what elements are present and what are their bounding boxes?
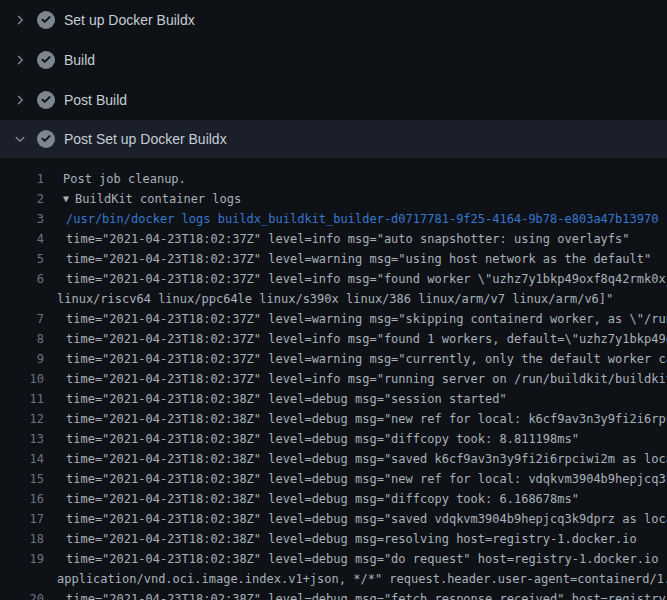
log-text: time="2021-04-23T18:02:38Z" level=debug … bbox=[57, 509, 667, 529]
log-line: 18time="2021-04-23T18:02:38Z" level=debu… bbox=[0, 529, 667, 549]
log-command-text: /usr/bin/docker logs buildx_buildkit_bui… bbox=[57, 209, 658, 229]
log-text: application/vnd.oci.image.index.v1+json,… bbox=[57, 569, 667, 589]
log-line: 19time="2021-04-23T18:02:38Z" level=debu… bbox=[0, 549, 667, 569]
log-text: time="2021-04-23T18:02:38Z" level=debug … bbox=[57, 429, 579, 449]
log-line: 4time="2021-04-23T18:02:37Z" level=info … bbox=[0, 229, 667, 249]
step-section-post-set-up-docker-buildx[interactable]: Post Set up Docker Buildx bbox=[0, 120, 667, 158]
step-label: Set up Docker Buildx bbox=[64, 12, 195, 28]
log-line-continuation: application/vnd.oci.image.index.v1+json,… bbox=[0, 569, 667, 589]
log-text: linux/riscv64 linux/ppc64le linux/s390x … bbox=[57, 289, 613, 309]
log-line-continuation: linux/riscv64 linux/ppc64le linux/s390x … bbox=[0, 289, 667, 309]
log-line-number bbox=[0, 569, 44, 589]
log-line-number[interactable]: 9 bbox=[0, 349, 44, 369]
step-section-post-build[interactable]: Post Build bbox=[0, 80, 667, 120]
log-line: 16time="2021-04-23T18:02:38Z" level=debu… bbox=[0, 489, 667, 509]
check-circle-icon bbox=[37, 51, 55, 69]
log-line: 15time="2021-04-23T18:02:38Z" level=debu… bbox=[0, 469, 667, 489]
log-line: 5time="2021-04-23T18:02:37Z" level=warni… bbox=[0, 249, 667, 269]
log-text: time="2021-04-23T18:02:37Z" level=info m… bbox=[57, 369, 667, 389]
actions-log-viewer: Set up Docker BuildxBuildPost BuildPost … bbox=[0, 0, 667, 600]
log-line-number[interactable]: 20 bbox=[0, 589, 44, 600]
log-line: 3/usr/bin/docker logs buildx_buildkit_bu… bbox=[0, 209, 667, 229]
log-line-number bbox=[0, 289, 44, 309]
log-line-number[interactable]: 19 bbox=[0, 549, 44, 569]
log-line: 13time="2021-04-23T18:02:38Z" level=debu… bbox=[0, 429, 667, 449]
chevron-right-icon bbox=[12, 92, 28, 108]
log-text: time="2021-04-23T18:02:37Z" level=warnin… bbox=[57, 309, 667, 329]
log-line-number[interactable]: 10 bbox=[0, 369, 44, 389]
log-line: 6time="2021-04-23T18:02:37Z" level=info … bbox=[0, 269, 667, 289]
log-line: 9time="2021-04-23T18:02:37Z" level=warni… bbox=[0, 349, 667, 369]
log-line: 10time="2021-04-23T18:02:37Z" level=info… bbox=[0, 369, 667, 389]
check-circle-icon bbox=[37, 130, 55, 148]
check-circle-icon bbox=[37, 11, 55, 29]
log-line-number[interactable]: 13 bbox=[0, 429, 44, 449]
log-line-number[interactable]: 4 bbox=[0, 229, 44, 249]
log-line-number[interactable]: 14 bbox=[0, 449, 44, 469]
log-line: 1Post job cleanup. bbox=[0, 169, 667, 189]
log-text: time="2021-04-23T18:02:38Z" level=debug … bbox=[57, 409, 667, 429]
log-line-number[interactable]: 5 bbox=[0, 249, 44, 269]
chevron-down-icon bbox=[12, 131, 28, 147]
collapse-caret-icon: ▼ bbox=[63, 189, 69, 209]
log-text: time="2021-04-23T18:02:37Z" level=info m… bbox=[57, 269, 667, 289]
log-line: 11time="2021-04-23T18:02:38Z" level=debu… bbox=[0, 389, 667, 409]
log-text: time="2021-04-23T18:02:37Z" level=warnin… bbox=[57, 249, 651, 269]
log-group-label: BuildKit container logs bbox=[75, 192, 241, 206]
log-line-number[interactable]: 12 bbox=[0, 409, 44, 429]
log-line-number[interactable]: 8 bbox=[0, 329, 44, 349]
log-line-number[interactable]: 7 bbox=[0, 309, 44, 329]
log-line: 20time="2021-04-23T18:02:38Z" level=debu… bbox=[0, 589, 667, 600]
log-line: 12time="2021-04-23T18:02:38Z" level=debu… bbox=[0, 409, 667, 429]
log-text: time="2021-04-23T18:02:38Z" level=debug … bbox=[57, 389, 507, 409]
log-text: time="2021-04-23T18:02:38Z" level=debug … bbox=[57, 489, 579, 509]
log-text: Post job cleanup. bbox=[57, 169, 186, 189]
log-text: time="2021-04-23T18:02:38Z" level=debug … bbox=[57, 589, 667, 600]
log-text: time="2021-04-23T18:02:37Z" level=warnin… bbox=[57, 349, 667, 369]
log-text: time="2021-04-23T18:02:37Z" level=info m… bbox=[57, 229, 630, 249]
step-section-set-up-docker-buildx[interactable]: Set up Docker Buildx bbox=[0, 0, 667, 40]
log-line: 8time="2021-04-23T18:02:37Z" level=info … bbox=[0, 329, 667, 349]
chevron-right-icon bbox=[12, 12, 28, 28]
check-circle-icon bbox=[37, 91, 55, 109]
step-section-build[interactable]: Build bbox=[0, 40, 667, 80]
log-line: 2▼BuildKit container logs bbox=[0, 189, 667, 209]
log-line-number[interactable]: 15 bbox=[0, 469, 44, 489]
log-line-number[interactable]: 6 bbox=[0, 269, 44, 289]
chevron-right-icon bbox=[12, 52, 28, 68]
log-text: time="2021-04-23T18:02:37Z" level=info m… bbox=[57, 329, 667, 349]
log-line-number[interactable]: 1 bbox=[0, 169, 44, 189]
step-label: Post Set up Docker Buildx bbox=[64, 131, 227, 147]
log-line: 14time="2021-04-23T18:02:38Z" level=debu… bbox=[0, 449, 667, 469]
step-label: Post Build bbox=[64, 92, 127, 108]
log-line-number[interactable]: 11 bbox=[0, 389, 44, 409]
log-line-number[interactable]: 3 bbox=[0, 209, 44, 229]
log-pane: 1Post job cleanup.2▼BuildKit container l… bbox=[0, 158, 667, 600]
log-text: time="2021-04-23T18:02:38Z" level=debug … bbox=[57, 469, 667, 489]
log-line: 7time="2021-04-23T18:02:37Z" level=warni… bbox=[0, 309, 667, 329]
log-line-number[interactable]: 16 bbox=[0, 489, 44, 509]
log-line-number[interactable]: 2 bbox=[0, 189, 44, 209]
log-line-number[interactable]: 18 bbox=[0, 529, 44, 549]
log-text: time="2021-04-23T18:02:38Z" level=debug … bbox=[57, 449, 667, 469]
log-text: time="2021-04-23T18:02:38Z" level=debug … bbox=[57, 529, 637, 549]
log-group-toggle[interactable]: ▼BuildKit container logs bbox=[57, 189, 241, 209]
log-line: 17time="2021-04-23T18:02:38Z" level=debu… bbox=[0, 509, 667, 529]
step-label: Build bbox=[64, 52, 95, 68]
log-text: time="2021-04-23T18:02:38Z" level=debug … bbox=[57, 549, 667, 569]
log-line-number[interactable]: 17 bbox=[0, 509, 44, 529]
